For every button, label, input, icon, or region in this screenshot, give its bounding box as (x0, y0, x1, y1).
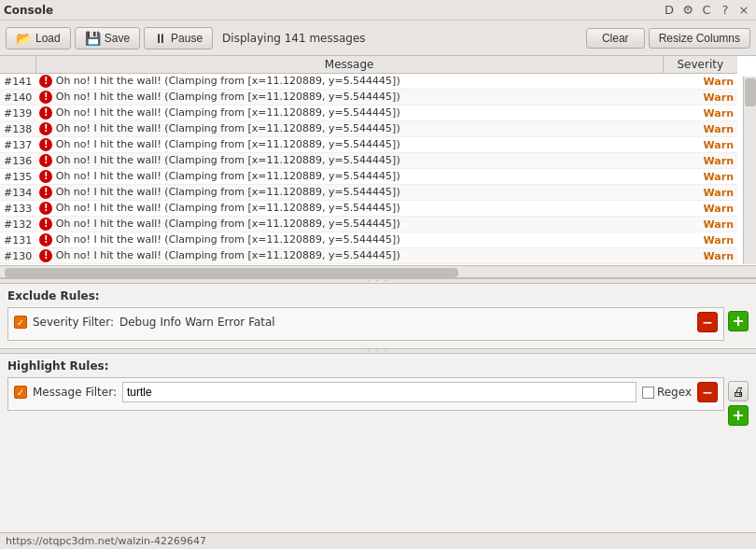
window-title: Console (4, 4, 53, 17)
warn-icon: ! (39, 186, 52, 199)
exclude-rule-add-button[interactable] (728, 311, 749, 331)
regex-checkbox[interactable] (642, 387, 654, 399)
severity-filter-label: Severity Filter: (33, 316, 114, 329)
regex-check: Regex (642, 386, 692, 399)
row-num: #135 (0, 169, 35, 185)
row-message: ! Oh no! I hit the wall! (Clamping from … (35, 90, 663, 106)
row-num: #138 (0, 121, 35, 137)
table-row: #140 ! Oh no! I hit the wall! (Clamping … (0, 90, 737, 106)
warn-icon: ! (39, 202, 52, 215)
row-severity: Warn (663, 106, 737, 121)
col-header-num (0, 56, 35, 74)
row-message: ! Oh no! I hit the wall! (Clamping from … (35, 185, 663, 201)
table-row: #141 ! Oh no! I hit the wall! (Clamping … (0, 74, 737, 90)
row-msg-text: Oh no! I hit the wall! (Clamping from [x… (56, 233, 400, 246)
vertical-scrollbar[interactable] (743, 77, 756, 264)
table-row: #133 ! Oh no! I hit the wall! (Clamping … (0, 201, 737, 217)
warn-icon: ! (39, 170, 52, 183)
row-message: ! Oh no! I hit the wall! (Clamping from … (35, 121, 663, 137)
table-row: #130 ! Oh no! I hit the wall! (Clamping … (0, 248, 737, 264)
exclude-rule-remove-button[interactable] (697, 312, 718, 332)
col-header-message: Message (35, 56, 663, 74)
table-row: #139 ! Oh no! I hit the wall! (Clamping … (0, 106, 737, 121)
load-button[interactable]: 📂 Load (6, 27, 71, 49)
row-message: ! Oh no! I hit the wall! (Clamping from … (35, 201, 663, 217)
row-num: #141 (0, 74, 35, 90)
question-icon[interactable]: ? (717, 2, 734, 19)
dock-icon[interactable]: D (661, 2, 678, 19)
highlight-rule-add-button[interactable] (728, 405, 749, 426)
warn-icon: ! (39, 122, 52, 135)
message-area: Message Severity #141 ! Oh no! I hit the… (0, 56, 756, 278)
severity-filter-row: Severity Filter: Debug Info Warn Error F… (14, 312, 718, 332)
row-msg-text: Oh no! I hit the wall! (Clamping from [x… (56, 138, 400, 150)
row-msg-text: Oh no! I hit the wall! (Clamping from [x… (56, 202, 400, 214)
message-filter-input[interactable] (122, 382, 637, 402)
clear-button[interactable]: Clear (586, 28, 645, 49)
row-severity: Warn (663, 185, 737, 201)
status-bar: https://otqpc3dm.net/walzin-42269647 (0, 532, 756, 549)
table-row: #136 ! Oh no! I hit the wall! (Clamping … (0, 153, 737, 169)
row-severity: Warn (663, 201, 737, 217)
row-num: #130 (0, 248, 35, 264)
close-icon[interactable]: × (735, 2, 752, 19)
row-message: ! Oh no! I hit the wall! (Clamping from … (35, 106, 663, 121)
row-severity: Warn (663, 90, 737, 106)
pause-icon: ⏸ (154, 31, 167, 46)
title-bar-icons: D ⚙ C ? × (661, 2, 752, 19)
row-msg-text: Oh no! I hit the wall! (Clamping from [x… (56, 91, 400, 103)
row-num: #132 (0, 217, 35, 232)
row-severity: Warn (663, 232, 737, 248)
save-button[interactable]: 💾 Save (75, 27, 140, 49)
print-button[interactable]: 🖨 (728, 381, 749, 401)
row-num: #133 (0, 201, 35, 217)
help-icon[interactable]: C (698, 2, 715, 19)
row-num: #139 (0, 106, 35, 121)
highlight-rule-remove-button[interactable] (697, 382, 718, 402)
row-msg-text: Oh no! I hit the wall! (Clamping from [x… (56, 106, 400, 119)
sev-fatal: Fatal (248, 316, 275, 329)
sev-debug: Debug (119, 316, 156, 329)
severity-filter-checkbox[interactable] (14, 316, 27, 329)
highlight-rules-title: Highlight Rules: (7, 359, 749, 373)
row-message: ! Oh no! I hit the wall! (Clamping from … (35, 232, 663, 248)
row-message: ! Oh no! I hit the wall! (Clamping from … (35, 248, 663, 264)
row-msg-text: Oh no! I hit the wall! (Clamping from [x… (56, 75, 400, 87)
table-row: #131 ! Oh no! I hit the wall! (Clamping … (0, 232, 737, 248)
row-num: #131 (0, 232, 35, 248)
save-icon: 💾 (85, 31, 101, 46)
table-row: #138 ! Oh no! I hit the wall! (Clamping … (0, 121, 737, 137)
row-message: ! Oh no! I hit the wall! (Clamping from … (35, 153, 663, 169)
title-bar: Console D ⚙ C ? × (0, 0, 756, 21)
horizontal-scrollbar[interactable] (0, 265, 756, 278)
row-severity: Warn (663, 121, 737, 137)
regex-label: Regex (657, 386, 692, 399)
message-filter-checkbox[interactable] (14, 386, 27, 399)
col-header-severity: Severity (663, 56, 737, 74)
highlight-rules-section: Highlight Rules: Message Filter: Regex (0, 354, 756, 429)
pause-button[interactable]: ⏸ Pause (144, 27, 213, 49)
row-severity: Warn (663, 248, 737, 264)
status-url: https://otqpc3dm.net/walzin-42269647 (6, 535, 206, 547)
row-message: ! Oh no! I hit the wall! (Clamping from … (35, 137, 663, 153)
row-msg-text: Oh no! I hit the wall! (Clamping from [x… (56, 122, 400, 134)
table-row: #132 ! Oh no! I hit the wall! (Clamping … (0, 217, 737, 232)
exclude-rules-container: Severity Filter: Debug Info Warn Error F… (7, 307, 724, 341)
row-severity: Warn (663, 217, 737, 232)
message-count: Displaying 141 messages (222, 32, 582, 45)
severity-tags: Debug Info Warn Error Fatal (119, 316, 275, 329)
table-row: #134 ! Oh no! I hit the wall! (Clamping … (0, 185, 737, 201)
toolbar: 📂 Load 💾 Save ⏸ Pause Displaying 141 mes… (0, 21, 756, 56)
row-msg-text: Oh no! I hit the wall! (Clamping from [x… (56, 186, 400, 198)
message-table: Message Severity #141 ! Oh no! I hit the… (0, 56, 737, 264)
row-message: ! Oh no! I hit the wall! (Clamping from … (35, 74, 663, 90)
row-severity: Warn (663, 169, 737, 185)
row-msg-text: Oh no! I hit the wall! (Clamping from [x… (56, 154, 400, 166)
row-severity: Warn (663, 137, 737, 153)
warn-icon: ! (39, 138, 52, 151)
warn-icon: ! (39, 154, 52, 167)
gear-icon[interactable]: ⚙ (679, 2, 696, 19)
resize-columns-button[interactable]: Resize Columns (649, 28, 750, 49)
exclude-rules-section: Exclude Rules: Severity Filter: Debug In… (0, 284, 756, 348)
highlight-rules-container: Message Filter: Regex (7, 377, 724, 411)
